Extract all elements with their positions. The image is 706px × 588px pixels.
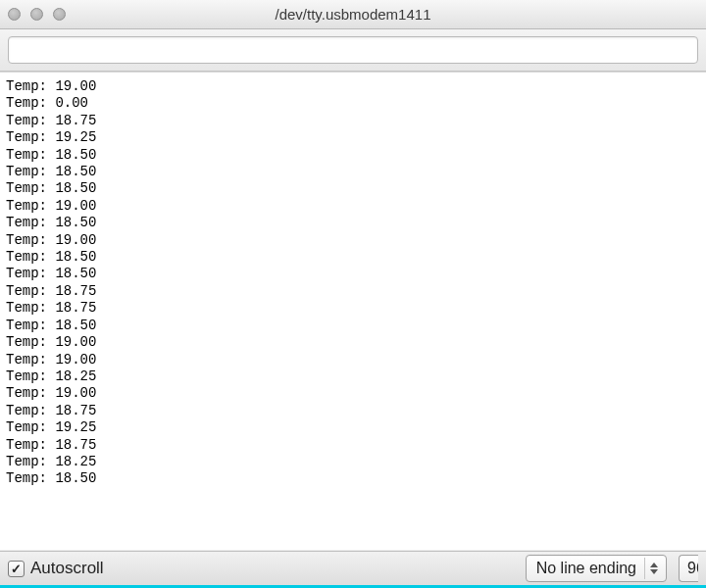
close-button[interactable] xyxy=(8,8,21,21)
checkbox-icon: ✓ xyxy=(8,561,25,577)
bottom-toolbar: ✓ Autoscroll No line ending 96 xyxy=(0,551,706,588)
minimize-button[interactable] xyxy=(30,8,43,21)
serial-output[interactable]: Temp: 19.00 Temp: 0.00 Temp: 18.75 Temp:… xyxy=(0,72,706,550)
window-controls xyxy=(8,8,66,21)
select-arrows-icon xyxy=(644,558,662,579)
line-ending-select[interactable]: No line ending xyxy=(526,555,667,582)
serial-input-row xyxy=(0,29,706,72)
baud-rate-select[interactable]: 96 xyxy=(679,555,698,582)
window-title: /dev/tty.usbmodem1411 xyxy=(0,6,706,23)
autoscroll-label: Autoscroll xyxy=(30,559,104,578)
line-ending-value: No line ending xyxy=(536,560,636,577)
zoom-button[interactable] xyxy=(53,8,66,21)
serial-input[interactable] xyxy=(8,36,698,64)
baud-rate-value: 96 xyxy=(687,560,698,577)
autoscroll-checkbox[interactable]: ✓ Autoscroll xyxy=(8,559,104,578)
titlebar: /dev/tty.usbmodem1411 xyxy=(0,0,706,29)
